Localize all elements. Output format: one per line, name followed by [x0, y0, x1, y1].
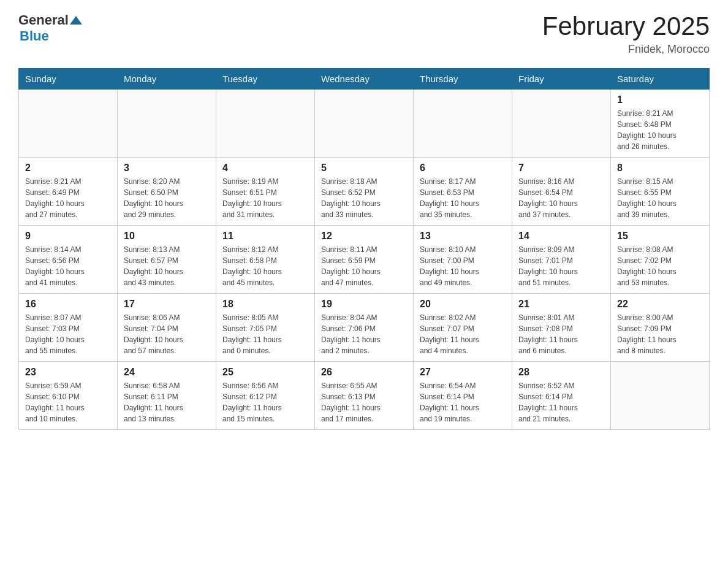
calendar-week-row: 9Sunrise: 8:14 AM Sunset: 6:56 PM Daylig…	[19, 226, 710, 294]
calendar-subtitle: Fnidek, Morocco	[542, 43, 710, 56]
day-of-week-header: Saturday	[611, 69, 710, 90]
calendar-day-cell: 8Sunrise: 8:15 AM Sunset: 6:55 PM Daylig…	[611, 158, 710, 226]
day-info: Sunrise: 8:11 AM Sunset: 6:59 PM Dayligh…	[321, 244, 407, 288]
calendar-day-cell	[611, 362, 710, 430]
day-number: 5	[321, 163, 407, 174]
day-info: Sunrise: 6:55 AM Sunset: 6:13 PM Dayligh…	[321, 380, 407, 424]
day-info: Sunrise: 8:06 AM Sunset: 7:04 PM Dayligh…	[124, 312, 210, 356]
day-info: Sunrise: 8:09 AM Sunset: 7:01 PM Dayligh…	[518, 244, 604, 288]
day-number: 16	[25, 299, 111, 310]
calendar-week-row: 2Sunrise: 8:21 AM Sunset: 6:49 PM Daylig…	[19, 158, 710, 226]
day-number: 13	[420, 231, 506, 242]
day-number: 2	[25, 163, 111, 174]
day-of-week-header: Thursday	[414, 69, 512, 90]
day-info: Sunrise: 6:59 AM Sunset: 6:10 PM Dayligh…	[25, 380, 111, 424]
calendar-week-row: 16Sunrise: 8:07 AM Sunset: 7:03 PM Dayli…	[19, 294, 710, 362]
day-number: 18	[222, 299, 308, 310]
calendar-day-cell: 19Sunrise: 8:04 AM Sunset: 7:06 PM Dayli…	[315, 294, 414, 362]
calendar-day-cell: 18Sunrise: 8:05 AM Sunset: 7:05 PM Dayli…	[216, 294, 315, 362]
calendar-day-cell: 24Sunrise: 6:58 AM Sunset: 6:11 PM Dayli…	[118, 362, 216, 430]
calendar-day-cell: 3Sunrise: 8:20 AM Sunset: 6:50 PM Daylig…	[118, 158, 216, 226]
day-info: Sunrise: 8:04 AM Sunset: 7:06 PM Dayligh…	[321, 312, 407, 356]
calendar-day-cell: 13Sunrise: 8:10 AM Sunset: 7:00 PM Dayli…	[414, 226, 512, 294]
title-block: February 2025 Fnidek, Morocco	[542, 12, 710, 56]
calendar-day-cell: 12Sunrise: 8:11 AM Sunset: 6:59 PM Dayli…	[315, 226, 414, 294]
calendar-day-cell: 28Sunrise: 6:52 AM Sunset: 6:14 PM Dayli…	[512, 362, 611, 430]
calendar-day-cell: 26Sunrise: 6:55 AM Sunset: 6:13 PM Dayli…	[315, 362, 414, 430]
day-info: Sunrise: 6:52 AM Sunset: 6:14 PM Dayligh…	[518, 380, 604, 424]
day-info: Sunrise: 6:56 AM Sunset: 6:12 PM Dayligh…	[222, 380, 308, 424]
day-number: 9	[25, 231, 111, 242]
day-number: 8	[617, 163, 703, 174]
day-number: 1	[617, 94, 703, 105]
day-number: 23	[25, 367, 111, 378]
day-info: Sunrise: 8:20 AM Sunset: 6:50 PM Dayligh…	[124, 176, 210, 220]
calendar-day-cell: 5Sunrise: 8:18 AM Sunset: 6:52 PM Daylig…	[315, 158, 414, 226]
day-number: 28	[518, 367, 604, 378]
calendar-title: February 2025	[542, 12, 710, 40]
calendar-day-cell: 6Sunrise: 8:17 AM Sunset: 6:53 PM Daylig…	[414, 158, 512, 226]
logo: General Blue	[18, 12, 82, 44]
day-info: Sunrise: 8:00 AM Sunset: 7:09 PM Dayligh…	[617, 312, 703, 356]
calendar-week-row: 1Sunrise: 8:21 AM Sunset: 6:48 PM Daylig…	[19, 90, 710, 158]
calendar-day-cell	[315, 90, 414, 158]
logo-blue-text: Blue	[20, 28, 49, 44]
calendar-day-cell	[216, 90, 315, 158]
calendar-day-cell	[19, 90, 118, 158]
day-info: Sunrise: 8:21 AM Sunset: 6:49 PM Dayligh…	[25, 176, 111, 220]
day-info: Sunrise: 8:10 AM Sunset: 7:00 PM Dayligh…	[420, 244, 506, 288]
day-of-week-header: Sunday	[19, 69, 118, 90]
calendar-day-cell: 9Sunrise: 8:14 AM Sunset: 6:56 PM Daylig…	[19, 226, 118, 294]
day-number: 25	[222, 367, 308, 378]
day-of-week-header: Tuesday	[216, 69, 315, 90]
day-info: Sunrise: 8:07 AM Sunset: 7:03 PM Dayligh…	[25, 312, 111, 356]
day-number: 27	[420, 367, 506, 378]
day-info: Sunrise: 8:16 AM Sunset: 6:54 PM Dayligh…	[518, 176, 604, 220]
calendar-day-cell: 2Sunrise: 8:21 AM Sunset: 6:49 PM Daylig…	[19, 158, 118, 226]
day-number: 21	[518, 299, 604, 310]
calendar-day-cell: 4Sunrise: 8:19 AM Sunset: 6:51 PM Daylig…	[216, 158, 315, 226]
calendar-day-cell	[118, 90, 216, 158]
day-number: 26	[321, 367, 407, 378]
day-number: 7	[518, 163, 604, 174]
calendar-table: SundayMondayTuesdayWednesdayThursdayFrid…	[18, 68, 710, 430]
day-of-week-header: Friday	[512, 69, 611, 90]
calendar-day-cell: 7Sunrise: 8:16 AM Sunset: 6:54 PM Daylig…	[512, 158, 611, 226]
calendar-day-cell: 16Sunrise: 8:07 AM Sunset: 7:03 PM Dayli…	[19, 294, 118, 362]
day-number: 3	[124, 163, 210, 174]
day-number: 19	[321, 299, 407, 310]
day-number: 17	[124, 299, 210, 310]
calendar-week-row: 23Sunrise: 6:59 AM Sunset: 6:10 PM Dayli…	[19, 362, 710, 430]
day-of-week-header: Monday	[118, 69, 216, 90]
day-number: 10	[124, 231, 210, 242]
logo-general-text: General	[18, 12, 69, 28]
calendar-day-cell: 14Sunrise: 8:09 AM Sunset: 7:01 PM Dayli…	[512, 226, 611, 294]
day-number: 14	[518, 231, 604, 242]
day-info: Sunrise: 6:58 AM Sunset: 6:11 PM Dayligh…	[124, 380, 210, 424]
day-info: Sunrise: 8:08 AM Sunset: 7:02 PM Dayligh…	[617, 244, 703, 288]
calendar-day-cell: 17Sunrise: 8:06 AM Sunset: 7:04 PM Dayli…	[118, 294, 216, 362]
calendar-day-cell: 22Sunrise: 8:00 AM Sunset: 7:09 PM Dayli…	[611, 294, 710, 362]
calendar-day-cell: 10Sunrise: 8:13 AM Sunset: 6:57 PM Dayli…	[118, 226, 216, 294]
calendar-day-cell: 25Sunrise: 6:56 AM Sunset: 6:12 PM Dayli…	[216, 362, 315, 430]
calendar-day-cell: 11Sunrise: 8:12 AM Sunset: 6:58 PM Dayli…	[216, 226, 315, 294]
day-number: 4	[222, 163, 308, 174]
day-info: Sunrise: 8:02 AM Sunset: 7:07 PM Dayligh…	[420, 312, 506, 356]
calendar-day-cell: 15Sunrise: 8:08 AM Sunset: 7:02 PM Dayli…	[611, 226, 710, 294]
day-info: Sunrise: 8:01 AM Sunset: 7:08 PM Dayligh…	[518, 312, 604, 356]
day-number: 12	[321, 231, 407, 242]
calendar-day-cell: 20Sunrise: 8:02 AM Sunset: 7:07 PM Dayli…	[414, 294, 512, 362]
day-info: Sunrise: 6:54 AM Sunset: 6:14 PM Dayligh…	[420, 380, 506, 424]
day-number: 15	[617, 231, 703, 242]
day-info: Sunrise: 8:21 AM Sunset: 6:48 PM Dayligh…	[617, 108, 703, 152]
calendar-day-cell	[512, 90, 611, 158]
calendar-day-cell: 27Sunrise: 6:54 AM Sunset: 6:14 PM Dayli…	[414, 362, 512, 430]
day-number: 11	[222, 231, 308, 242]
day-info: Sunrise: 8:12 AM Sunset: 6:58 PM Dayligh…	[222, 244, 308, 288]
day-info: Sunrise: 8:19 AM Sunset: 6:51 PM Dayligh…	[222, 176, 308, 220]
day-info: Sunrise: 8:15 AM Sunset: 6:55 PM Dayligh…	[617, 176, 703, 220]
day-number: 24	[124, 367, 210, 378]
day-number: 20	[420, 299, 506, 310]
day-number: 22	[617, 299, 703, 310]
calendar-day-cell: 23Sunrise: 6:59 AM Sunset: 6:10 PM Dayli…	[19, 362, 118, 430]
